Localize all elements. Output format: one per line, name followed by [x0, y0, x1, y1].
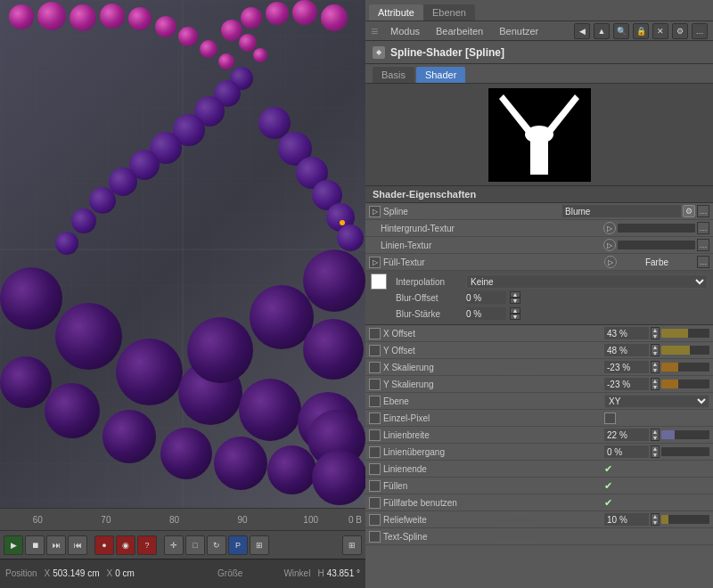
prop-linienbreite: Linienbreite ········· ▲ ▼ — [365, 427, 713, 444]
record-button-3[interactable]: ? — [137, 535, 157, 555]
tab-attribute[interactable]: Attribute — [369, 4, 423, 20]
linienbreite-value: ▲ ▼ — [604, 429, 709, 441]
more-icon[interactable]: … — [692, 23, 708, 39]
hintergrund-extra-btn[interactable]: … — [697, 222, 709, 234]
spline-checkbox[interactable]: ▷ — [369, 206, 381, 217]
spline-gear-btn[interactable]: ⚙ — [683, 205, 695, 217]
x-ska-checkbox[interactable] — [369, 362, 381, 373]
expand-button[interactable]: ⊞ — [342, 535, 362, 555]
tab-ebenen[interactable]: Ebenen — [423, 4, 475, 20]
menu-bearbeiten[interactable]: Bearbeiten — [432, 24, 487, 38]
fuellen-checkbox[interactable] — [369, 480, 381, 492]
linienubergang-input[interactable] — [604, 445, 649, 458]
blur-staerke-down[interactable]: ▼ — [510, 314, 520, 320]
y-ska-slider[interactable] — [661, 380, 709, 388]
ebene-select[interactable]: XY XZ YZ — [604, 395, 709, 408]
record-button-2[interactable]: ◉ — [116, 535, 135, 555]
blur-staerke-up[interactable]: ▲ — [510, 307, 520, 314]
blur-staerke-input[interactable] — [466, 307, 506, 320]
x-ska-input[interactable] — [604, 361, 649, 373]
linien-extra-btn[interactable]: … — [697, 239, 709, 251]
marker — [340, 220, 345, 225]
blur-offset-input[interactable] — [466, 291, 506, 304]
fuellfarbe-checkbox[interactable] — [369, 497, 381, 509]
x-value: 503.149 cm — [53, 568, 99, 578]
ebene-checkbox[interactable] — [369, 396, 381, 407]
menu-benutzer[interactable]: Benutzer — [496, 24, 542, 38]
color-swatch[interactable] — [371, 274, 387, 290]
properties-area[interactable]: Shader-Eigenschaften ▷ Spline ········· … — [365, 186, 713, 588]
x-ska-stepper[interactable]: ▲ ▼ — [651, 361, 660, 373]
record-button-1[interactable]: ● — [94, 535, 114, 555]
hintergrund-circle-btn[interactable]: ▷ — [603, 222, 616, 234]
ebene-label: Ebene — [383, 396, 499, 406]
play-button[interactable]: ▶ — [4, 535, 23, 555]
linienubergang-slider[interactable] — [661, 447, 709, 456]
spline-extra-btn[interactable]: … — [697, 205, 709, 217]
x-offset-input[interactable] — [604, 327, 649, 339]
linienubergang-checkbox[interactable] — [369, 446, 381, 458]
fuell-checkbox[interactable]: ▷ — [369, 257, 381, 268]
reliefweite-checkbox[interactable] — [369, 514, 381, 526]
stop-button[interactable]: ⏹ — [25, 535, 45, 555]
reliefweite-input[interactable] — [604, 513, 649, 526]
top-tabs: Attribute Ebenen — [365, 0, 713, 21]
y-offset-stepper[interactable]: ▲ ▼ — [651, 344, 660, 356]
reliefweite-slider[interactable] — [661, 515, 709, 524]
menu-bar: ≡ Modus Bearbeiten Benutzer ◀ ▲ 🔍 🔒 ✕ ⚙ … — [365, 21, 713, 41]
linien-circle-btn[interactable]: ▷ — [603, 239, 616, 251]
forward-icon[interactable]: ▲ — [594, 23, 610, 39]
text-spline-checkbox[interactable] — [369, 531, 381, 543]
y-ska-stepper[interactable]: ▲ ▼ — [651, 378, 660, 390]
linienubergang-stepper[interactable]: ▲ ▼ — [651, 445, 660, 458]
hintergrund-slider[interactable] — [618, 224, 696, 233]
einzel-pixel-toggle[interactable] — [604, 412, 616, 424]
prop-linienubergang: Linienübergang ········· ▲ ▼ — [365, 444, 713, 461]
y-ska-checkbox[interactable] — [369, 379, 381, 390]
reliefweite-stepper[interactable]: ▲ ▼ — [651, 513, 660, 526]
fuell-extra-btn[interactable]: … — [697, 256, 709, 268]
lock-icon[interactable]: 🔒 — [633, 23, 649, 39]
timeline-numbers: 60 70 80 90 100 — [4, 515, 345, 525]
menu-modus[interactable]: Modus — [387, 24, 423, 38]
subtab-basis[interactable]: Basis — [373, 67, 414, 83]
x-offset-slider[interactable] — [661, 329, 709, 338]
blur-staerke-stepper: ▲ ▼ — [510, 307, 520, 320]
x-offset-checkbox[interactable] — [369, 328, 381, 339]
blur-offset-up[interactable]: ▲ — [510, 291, 520, 298]
forward-button[interactable]: ⏭ — [46, 535, 66, 555]
move-button[interactable]: ✛ — [164, 535, 184, 555]
viewport-canvas[interactable] — [0, 0, 365, 508]
search-icon[interactable]: 🔍 — [613, 23, 629, 39]
y-ska-input[interactable] — [604, 378, 649, 390]
linienbreite-stepper[interactable]: ▲ ▼ — [651, 429, 660, 441]
snap-button[interactable]: P — [228, 535, 248, 555]
interpolation-row: Interpolation Keine — [371, 274, 708, 290]
interpolation-select[interactable]: Keine — [466, 274, 708, 289]
spline-input[interactable] — [562, 205, 681, 217]
einzel-pixel-checkbox[interactable] — [369, 412, 381, 424]
linienbreite-slider[interactable] — [661, 430, 709, 439]
rotate-button[interactable]: ↻ — [207, 535, 226, 555]
y-offset-checkbox[interactable] — [369, 345, 381, 356]
skip-end-button[interactable]: ⏮ — [68, 535, 87, 555]
close-icon[interactable]: ✕ — [652, 23, 668, 39]
linienende-checkbox[interactable] — [369, 463, 381, 475]
grid-button[interactable]: ⊞ — [250, 535, 269, 555]
y-offset-slider[interactable] — [661, 346, 709, 355]
subtab-shader[interactable]: Shader — [416, 67, 465, 83]
x-ska-slider[interactable] — [661, 363, 709, 372]
sphere — [155, 16, 176, 37]
scale-button[interactable]: □ — [185, 535, 205, 555]
back-icon[interactable]: ◀ — [574, 23, 590, 39]
y-offset-input[interactable] — [604, 344, 649, 356]
blur-offset-down[interactable]: ▼ — [510, 298, 520, 304]
fuell-circle-btn[interactable]: ▷ — [604, 256, 617, 268]
x-offset-stepper[interactable]: ▲ ▼ — [651, 327, 660, 339]
linien-slider[interactable] — [618, 241, 696, 249]
linienbreite-input[interactable] — [604, 429, 649, 441]
sphere — [128, 7, 152, 30]
settings-icon[interactable]: ⚙ — [672, 23, 688, 39]
sphere — [160, 428, 212, 479]
linienbreite-checkbox[interactable] — [369, 429, 381, 441]
